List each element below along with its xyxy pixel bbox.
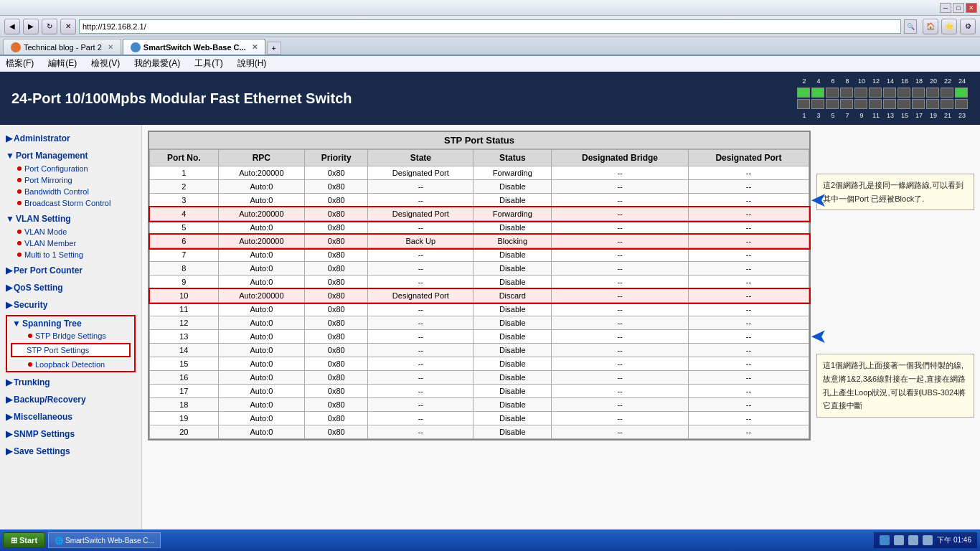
cell-4: Disable bbox=[473, 262, 552, 276]
port-cell bbox=[955, 99, 968, 109]
menu-file[interactable]: 檔案(F) bbox=[3, 56, 37, 71]
cell-0: 14 bbox=[150, 344, 219, 357]
tab-smartswitch[interactable]: SmartSwitch Web-Base C... ✕ bbox=[123, 39, 265, 55]
col-rpc: RPC bbox=[218, 150, 305, 166]
menu-help[interactable]: 說明(H) bbox=[235, 56, 270, 71]
port-cell bbox=[811, 99, 824, 109]
favorites-button[interactable]: ⭐ bbox=[941, 19, 957, 34]
cell-0: 4 bbox=[150, 207, 219, 221]
title-bar: ─ □ ✕ bbox=[0, 0, 980, 16]
cell-3: -- bbox=[368, 316, 473, 330]
port-cell bbox=[854, 99, 867, 109]
menu-tools[interactable]: 工具(T) bbox=[192, 56, 225, 71]
annotation-1-area: ➤ bbox=[811, 188, 827, 212]
forward-button[interactable]: ▶ bbox=[23, 19, 39, 34]
cell-6: -- bbox=[688, 344, 809, 357]
tray-icon-1 bbox=[880, 535, 890, 545]
col-priority: Priority bbox=[305, 150, 368, 166]
sidebar-section-administrator: ▶ Administrator bbox=[3, 130, 138, 147]
tab-technical-blog[interactable]: Technical blog - Part 2 ✕ bbox=[3, 39, 121, 55]
cell-6: -- bbox=[688, 385, 809, 398]
menu-favorites[interactable]: 我的最愛(A) bbox=[131, 56, 183, 71]
sidebar-item-multi-to-1[interactable]: Multi to 1 Setting bbox=[3, 249, 138, 260]
stop-button[interactable]: ✕ bbox=[60, 19, 76, 34]
table-row: 9Auto:00x80--Disable---- bbox=[150, 276, 809, 289]
taskbar-item-ie[interactable]: 🌐 SmartSwitch Web-Base C... bbox=[48, 532, 161, 548]
dot-icon bbox=[17, 189, 22, 194]
sidebar-item-spanning-tree[interactable]: ▼ Spanning Tree bbox=[8, 317, 133, 330]
col-state: State bbox=[368, 150, 473, 166]
sidebar-item-vlan-mode[interactable]: VLAN Mode bbox=[3, 226, 138, 237]
tab-close-2[interactable]: ✕ bbox=[252, 43, 258, 51]
arrow-icon: ▶ bbox=[6, 133, 12, 143]
cell-3: -- bbox=[368, 303, 473, 316]
address-input[interactable] bbox=[79, 19, 901, 34]
home-button[interactable]: 🏠 bbox=[923, 19, 938, 34]
clock: 下午 01:46 bbox=[937, 535, 971, 545]
cell-4: Disable bbox=[473, 248, 552, 262]
tray-icon-2 bbox=[894, 535, 904, 545]
cell-3: -- bbox=[368, 330, 473, 344]
cell-4: Disable bbox=[473, 371, 552, 385]
sidebar-item-vlan-member[interactable]: VLAN Member bbox=[3, 237, 138, 249]
multi-to-1-label: Multi to 1 Setting bbox=[24, 250, 83, 259]
tab-label-2: SmartSwitch Web-Base C... bbox=[143, 43, 246, 52]
minimize-button[interactable]: ─ bbox=[940, 3, 951, 13]
port-management-label: Port Management bbox=[16, 151, 88, 161]
sidebar-item-bandwidth-control[interactable]: Bandwidth Control bbox=[3, 186, 138, 197]
sidebar-item-port-config[interactable]: Port Configuration bbox=[3, 163, 138, 174]
cell-5: -- bbox=[552, 235, 689, 248]
tab-close-1[interactable]: ✕ bbox=[108, 43, 113, 51]
port-cell bbox=[854, 88, 867, 98]
tools-button[interactable]: ⚙ bbox=[960, 19, 976, 34]
sidebar-item-snmp[interactable]: ▶ SNMP Settings bbox=[3, 427, 138, 441]
sidebar-item-loopback[interactable]: Loopback Detection bbox=[8, 359, 133, 370]
dot-icon bbox=[17, 253, 22, 257]
sidebar-item-broadcast-storm[interactable]: Broadcast Storm Control bbox=[3, 197, 138, 209]
sidebar-item-administrator[interactable]: ▶ Administrator bbox=[3, 131, 138, 146]
sidebar-item-backup[interactable]: ▶ Backup/Recovery bbox=[3, 392, 138, 407]
menu-edit[interactable]: 編輯(E) bbox=[45, 56, 80, 71]
sidebar-item-vlan[interactable]: ▼ VLAN Setting bbox=[3, 212, 138, 226]
cell-1: Auto:0 bbox=[218, 303, 305, 316]
sidebar-item-port-management[interactable]: ▼ Port Management bbox=[3, 149, 138, 163]
port-cell bbox=[826, 88, 839, 98]
cell-1: Auto:0 bbox=[218, 262, 305, 276]
sidebar-item-qos[interactable]: ▶ QoS Setting bbox=[3, 281, 138, 295]
sidebar-item-trunking[interactable]: ▶ Trunking bbox=[3, 375, 138, 390]
sidebar-item-misc[interactable]: ▶ Miscellaneous bbox=[3, 410, 138, 424]
cell-0: 17 bbox=[150, 385, 219, 398]
sidebar-item-stp-port[interactable]: STP Port Settings bbox=[12, 344, 129, 356]
back-button[interactable]: ◀ bbox=[4, 19, 20, 34]
sidebar-item-save[interactable]: ▶ Save Settings bbox=[3, 444, 138, 458]
cell-5: -- bbox=[552, 289, 689, 303]
cell-2: 0x80 bbox=[305, 330, 368, 344]
cell-0: 8 bbox=[150, 262, 219, 276]
close-button[interactable]: ✕ bbox=[966, 3, 977, 13]
refresh-button[interactable]: ↻ bbox=[42, 19, 57, 34]
cell-5: -- bbox=[552, 344, 689, 357]
port-cell bbox=[941, 99, 953, 109]
new-tab-button[interactable]: + bbox=[267, 42, 281, 55]
sidebar-item-security[interactable]: ▶ Security bbox=[3, 298, 138, 312]
stp-bridge-label: STP Bridge Settings bbox=[35, 331, 106, 340]
cell-5: -- bbox=[552, 276, 689, 289]
tray-icon-4 bbox=[923, 535, 933, 545]
menu-view[interactable]: 檢視(V) bbox=[88, 56, 123, 71]
sidebar-item-stp-bridge[interactable]: STP Bridge Settings bbox=[8, 330, 133, 342]
cell-5: -- bbox=[552, 207, 689, 221]
system-tray: 下午 01:46 bbox=[874, 532, 977, 548]
port-cell bbox=[912, 99, 925, 109]
tray-icon-3 bbox=[908, 535, 918, 545]
cell-4: Disable bbox=[473, 303, 552, 316]
search-button[interactable]: 🔍 bbox=[904, 19, 917, 34]
window-controls[interactable]: ─ □ ✕ bbox=[940, 3, 977, 13]
maximize-button[interactable]: □ bbox=[953, 3, 964, 13]
tab-favicon-1 bbox=[11, 42, 21, 52]
dot-icon bbox=[17, 230, 22, 234]
sidebar-item-per-port-counter[interactable]: ▶ Per Port Counter bbox=[3, 263, 138, 278]
sidebar-item-port-mirroring[interactable]: Port Mirroring bbox=[3, 174, 138, 186]
port-diagram: 2 4 6 8 10 12 14 16 18 20 22 24 bbox=[796, 77, 969, 119]
cell-2: 0x80 bbox=[305, 371, 368, 385]
start-button[interactable]: ⊞ Start bbox=[3, 532, 45, 548]
